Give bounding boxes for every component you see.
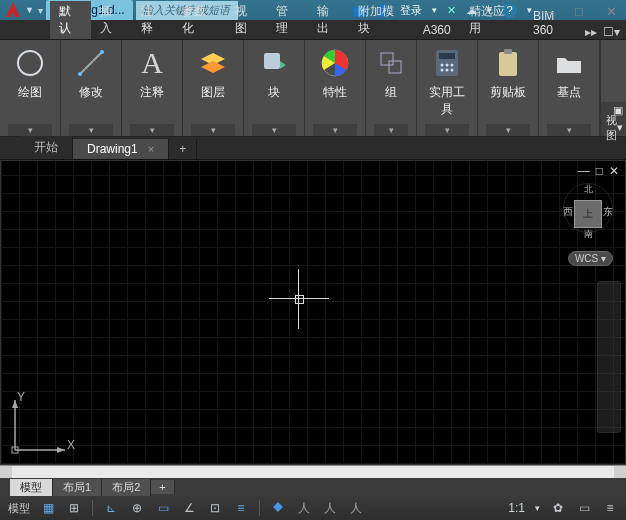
group-icon[interactable] [374, 46, 408, 80]
panel-expand-icon[interactable]: ▾ [8, 124, 52, 136]
panel-expand-icon[interactable]: ▾ [486, 124, 530, 136]
tab-addons[interactable]: 附加模块 [349, 1, 413, 39]
anno-scale-icon[interactable]: 人 [296, 500, 312, 516]
svg-point-14 [446, 69, 449, 72]
horizontal-scrollbar[interactable] [0, 465, 626, 478]
panel-expand-icon[interactable]: ▾ [425, 124, 469, 136]
ortho-icon[interactable]: ⊾ [103, 500, 119, 516]
swatch-icon[interactable] [318, 46, 352, 80]
panel-expand-icon[interactable]: ▾ [547, 124, 591, 136]
ucs-y-label: Y [17, 390, 25, 404]
tab-annotate[interactable]: 注释 [132, 1, 173, 39]
tab-parametric[interactable]: 参数化 [173, 1, 226, 39]
window-minimize[interactable]: — [538, 4, 556, 18]
anno-vis-icon[interactable]: 人 [322, 500, 338, 516]
drawing-canvas[interactable]: — □ ✕ 北 西 上 东 南 WCS ▾ Y X [0, 160, 626, 465]
panel-label: 基点 [557, 84, 581, 101]
tab-a360[interactable]: A360 [414, 21, 460, 39]
panel-expand-icon[interactable]: ▾ [313, 124, 357, 136]
grid-toggle-icon[interactable]: ▦ [40, 500, 56, 516]
panel-properties: 特性 ▾ [305, 40, 366, 136]
lineweight-icon[interactable]: ≡ [233, 500, 249, 516]
qat-dropdown-icon[interactable]: ▾ [38, 5, 43, 16]
svg-rect-9 [439, 53, 455, 59]
viewport-close-icon[interactable]: ✕ [609, 164, 619, 178]
panel-block: 块 ▾ [244, 40, 305, 136]
clipboard-icon[interactable] [491, 46, 525, 80]
app-menu-dropdown-icon[interactable]: ▼ [25, 5, 34, 15]
layout-1[interactable]: 布局1 [53, 479, 102, 496]
tabs-settings-icon[interactable]: ☐▾ [603, 25, 620, 39]
panel-label: 组 [385, 84, 397, 101]
osnap-icon[interactable]: ▭ [155, 500, 171, 516]
tab-default[interactable]: 默认 [50, 1, 91, 39]
svg-point-2 [78, 72, 82, 76]
svg-point-12 [451, 64, 454, 67]
close-icon[interactable]: × [148, 143, 154, 155]
tab-insert[interactable]: 插入 [91, 1, 132, 39]
panel-expand-icon[interactable]: ▾ [374, 124, 408, 136]
track-icon[interactable]: ∠ [181, 500, 197, 516]
panel-modify: 修改 ▾ [61, 40, 122, 136]
snap-toggle-icon[interactable]: ⊞ [66, 500, 82, 516]
panel-layers: 图层 ▾ [183, 40, 244, 136]
viewport-minimize-icon[interactable]: — [578, 164, 590, 178]
calculator-icon[interactable] [430, 46, 464, 80]
workspace-icon[interactable]: ▭ [576, 500, 592, 516]
layout-tabs: 模型 布局1 布局2 + [0, 478, 626, 496]
panel-expand-icon[interactable]: ▾ [69, 124, 113, 136]
dynamic-input-icon[interactable]: ⊡ [207, 500, 223, 516]
panel-label: 块 [268, 84, 280, 101]
viewcube[interactable]: 北 西 上 东 南 [563, 183, 613, 233]
tab-output[interactable]: 输出 [308, 1, 349, 39]
polar-icon[interactable]: ⊕ [129, 500, 145, 516]
exchange-icon[interactable]: ✕ [447, 4, 456, 17]
panel-group: 组 ▾ [366, 40, 417, 136]
draw-icon[interactable] [13, 46, 47, 80]
layout-model[interactable]: 模型 [10, 479, 53, 496]
layers-icon[interactable] [196, 46, 230, 80]
svg-rect-4 [264, 53, 280, 69]
panel-draw: 绘图 ▾ [0, 40, 61, 136]
isodraft-icon[interactable] [270, 500, 286, 516]
navigation-bar[interactable] [597, 281, 621, 433]
panel-expand-icon[interactable]: ▾ [252, 124, 296, 136]
panel-label: 绘图 [18, 84, 42, 101]
tab-featured[interactable]: 精选应用 [460, 1, 524, 39]
panel-expand-icon[interactable]: ▾ [191, 124, 235, 136]
view-dropdown[interactable]: 视图▾ [601, 119, 626, 136]
status-bar: 模型 ▦ ⊞ ⊾ ⊕ ▭ ∠ ⊡ ≡ 人 人 人 1:1▾ ✿ ▭ ≡ [0, 496, 626, 520]
customize-icon[interactable]: ≡ [602, 500, 618, 516]
settings-icon[interactable]: ✿ [550, 500, 566, 516]
doctab-start[interactable]: 开始 [20, 136, 73, 159]
scale-dropdown-icon[interactable]: ▾ [535, 503, 540, 513]
doctab-drawing1[interactable]: Drawing1× [73, 139, 169, 159]
tab-manage[interactable]: 管理 [267, 1, 308, 39]
panel-basepoint: 基点 ▾ [539, 40, 600, 136]
doctab-new[interactable]: + [169, 139, 197, 159]
text-icon[interactable]: A [135, 46, 169, 80]
window-close[interactable]: ✕ [602, 4, 620, 18]
layout-2[interactable]: 布局2 [102, 479, 151, 496]
signin-dropdown-icon[interactable]: ▾ [432, 5, 437, 15]
ribbon: 绘图 ▾ 修改 ▾ A 注释 ▾ 图层 ▾ 块 ▾ 特性 ▾ 组 ▾ 实用工具 … [0, 40, 626, 137]
app-logo[interactable] [2, 0, 24, 21]
tabs-overflow-icon[interactable]: ▸▸ [585, 25, 597, 39]
tab-view[interactable]: 视图 [226, 1, 267, 39]
svg-point-0 [18, 51, 42, 75]
ribbon-end: ▣ 视图▾ [600, 40, 626, 136]
anno-auto-icon[interactable]: 人 [348, 500, 364, 516]
wcs-dropdown[interactable]: WCS ▾ [568, 251, 613, 266]
svg-rect-17 [504, 49, 512, 54]
viewport-maximize-icon[interactable]: □ [596, 164, 603, 178]
window-maximize[interactable]: □ [570, 4, 588, 18]
scale-label[interactable]: 1:1 [508, 501, 525, 515]
layout-add[interactable]: + [151, 480, 174, 494]
panel-label: 图层 [201, 84, 225, 101]
model-space-label[interactable]: 模型 [8, 501, 30, 516]
panel-expand-icon[interactable]: ▾ [130, 124, 174, 136]
document-tabs: 开始 Drawing1× + [0, 137, 626, 160]
modify-icon[interactable] [74, 46, 108, 80]
folder-icon[interactable] [552, 46, 586, 80]
block-icon[interactable] [257, 46, 291, 80]
